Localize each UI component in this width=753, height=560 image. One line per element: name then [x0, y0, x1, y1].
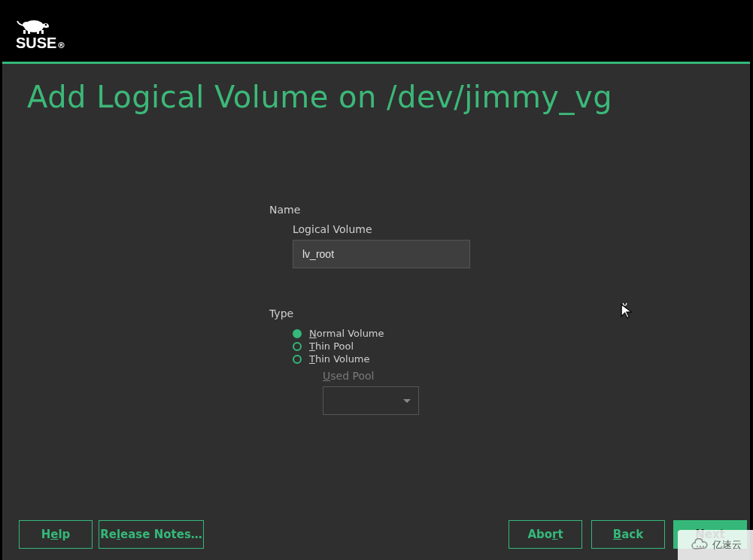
logical-volume-label: Logical Volume	[293, 223, 585, 235]
installer-window: SUSE ® Add Logical Volume on /dev/jimmy_…	[2, 0, 750, 560]
radio-icon	[293, 355, 302, 364]
button-label: Abort	[527, 528, 563, 541]
name-section-label: Name	[269, 204, 585, 216]
svg-rect-5	[37, 30, 39, 34]
suse-logo: SUSE ®	[16, 15, 83, 50]
button-label: Back	[613, 528, 643, 541]
svg-rect-6	[41, 30, 44, 34]
radio-label: Thin Volume	[309, 353, 370, 365]
chevron-down-icon	[403, 399, 411, 403]
radio-icon	[293, 329, 302, 338]
svg-rect-4	[28, 30, 30, 34]
svg-text:®: ®	[57, 41, 65, 50]
svg-point-10	[697, 546, 698, 547]
watermark-badge: 亿速云	[678, 530, 753, 560]
radio-thin-volume[interactable]: Thin Volume	[293, 353, 585, 365]
top-bar: SUSE ®	[2, 0, 750, 64]
svg-text:SUSE: SUSE	[16, 35, 56, 50]
volume-type-radio-group: Normal Volume Thin Pool Thin Volume	[293, 327, 585, 365]
radio-icon	[293, 342, 302, 351]
page-title: Add Logical Volume on /dev/jimmy_vg	[27, 80, 612, 114]
svg-point-11	[700, 546, 701, 547]
logical-volume-input[interactable]	[293, 240, 470, 268]
watermark-text: 亿速云	[712, 538, 742, 552]
cloud-icon	[690, 538, 709, 552]
help-button[interactable]: Help	[19, 520, 93, 549]
lv-form: Name Logical Volume Type Normal Volume T…	[269, 204, 585, 415]
used-pool-label: Used Pool	[323, 370, 585, 382]
back-button[interactable]: Back	[591, 520, 665, 549]
abort-button[interactable]: Abort	[509, 520, 582, 549]
bottom-button-bar: Help Release Notes… Abort Back Next	[2, 516, 750, 560]
svg-rect-3	[23, 30, 26, 34]
content-area: Add Logical Volume on /dev/jimmy_vg Name…	[2, 66, 750, 560]
radio-label: Thin Pool	[309, 341, 354, 352]
radio-label: Normal Volume	[309, 328, 384, 339]
button-label: Help	[41, 528, 71, 541]
radio-normal-volume[interactable]: Normal Volume	[293, 327, 585, 340]
button-label: Release Notes…	[100, 528, 202, 541]
radio-thin-pool[interactable]: Thin Pool	[293, 340, 585, 353]
release-notes-button[interactable]: Release Notes…	[99, 520, 204, 549]
type-section-label: Type	[269, 307, 585, 319]
svg-point-12	[703, 546, 704, 547]
svg-point-2	[45, 24, 47, 26]
used-pool-dropdown[interactable]	[323, 386, 419, 415]
